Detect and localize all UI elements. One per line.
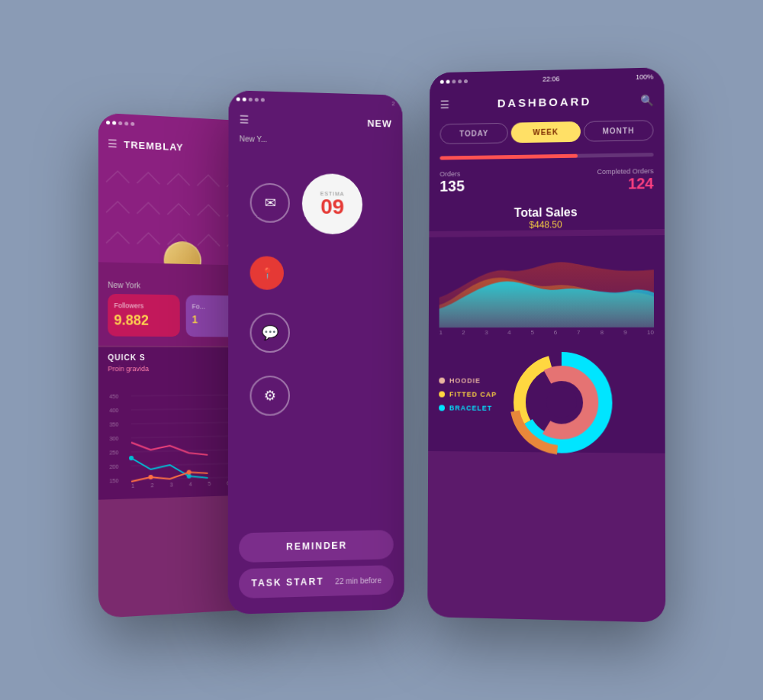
followers-card: Followers 9.882 <box>108 293 180 336</box>
completed-group: Completed Orders 124 <box>597 167 654 193</box>
x-label-1: 1 <box>439 329 443 336</box>
mid-content: ✉ ESTIMA 09 📍 💬 ⚙ <box>228 148 404 580</box>
reminder-btn[interactable]: REMINDER <box>239 530 394 563</box>
completed-label: Completed Orders <box>597 167 654 176</box>
task-start-label: TASK START <box>251 576 324 589</box>
followers-value: 9.882 <box>114 312 174 329</box>
svg-text:400: 400 <box>109 407 118 412</box>
location-text: New York <box>108 280 140 289</box>
svg-text:4: 4 <box>189 481 192 486</box>
svg-point-24 <box>187 469 192 474</box>
orders-value: 135 <box>439 177 465 195</box>
x-label-3: 3 <box>485 329 488 336</box>
svg-text:2: 2 <box>151 482 154 488</box>
fitted-cap-dot <box>439 391 445 397</box>
svg-point-21 <box>129 455 134 460</box>
chat-icon-btn[interactable]: 💬 <box>250 312 290 352</box>
hoodie-dot <box>439 377 445 383</box>
donut-section: HOODIE FITTED CAP BRACELET <box>428 337 665 453</box>
x-label-2: 2 <box>462 329 465 336</box>
right-chart-container <box>429 235 665 327</box>
phone-right: 22:06 100% ☰ DASHBOARD 🔍 TODAY WEEK MONT… <box>427 67 665 622</box>
tab-month[interactable]: MONTH <box>584 120 654 141</box>
chat-row: 💬 <box>239 305 393 360</box>
progress-bar-bg <box>439 153 653 160</box>
x-label-8: 8 <box>600 328 604 335</box>
task-row[interactable]: TASK START 22 min before <box>239 565 394 598</box>
location-icon-btn[interactable]: 📍 <box>250 256 284 289</box>
right-search-icon[interactable]: 🔍 <box>640 93 653 105</box>
right-status-battery: 100% <box>636 73 653 80</box>
completed-value: 124 <box>597 175 654 193</box>
bracelet-dot <box>439 405 445 411</box>
donut-legend: HOODIE FITTED CAP BRACELET <box>439 376 497 411</box>
extra-icon-row: ⚙ <box>239 375 393 415</box>
area-chart-svg <box>439 235 655 327</box>
x-label-9: 9 <box>623 328 627 335</box>
avatar <box>164 240 201 266</box>
right-title: DASHBOARD <box>449 93 640 110</box>
bracelet-label: BRACELET <box>449 404 492 411</box>
right-status-time: 22:06 <box>542 75 559 82</box>
mid-hamburger-icon[interactable]: ☰ <box>240 113 250 125</box>
estimate-value: 09 <box>320 195 344 217</box>
estimate-circle: ESTIMA 09 <box>302 173 362 234</box>
orders-group: Orders 135 <box>439 169 465 195</box>
orders-row: Orders 135 Completed Orders 124 <box>430 162 665 199</box>
svg-text:200: 200 <box>109 463 118 469</box>
svg-text:3: 3 <box>170 482 173 487</box>
progress-bar-fill <box>439 153 578 160</box>
task-time: 22 min before <box>335 576 382 585</box>
hoodie-label: HOODIE <box>449 376 481 384</box>
svg-text:300: 300 <box>109 435 118 440</box>
location-icon-row: 📍 <box>239 256 392 291</box>
legend-bracelet: BRACELET <box>439 404 497 411</box>
mid-status-dots <box>237 96 265 101</box>
x-labels: 1 2 3 4 5 6 7 8 9 10 <box>429 327 665 337</box>
quick-item-text: Proin gravida <box>108 365 149 373</box>
svg-text:5: 5 <box>208 480 211 485</box>
tab-row: TODAY WEEK MONTH <box>430 113 665 150</box>
sales-section: Total Sales $448.50 <box>429 196 665 231</box>
x-label-4: 4 <box>507 329 510 336</box>
mid-header: ☰ NEW <box>228 107 402 136</box>
tab-today[interactable]: TODAY <box>440 122 509 144</box>
donut-chart <box>504 344 604 444</box>
mail-row: ✉ ESTIMA 09 <box>239 164 392 243</box>
svg-text:150: 150 <box>109 478 118 484</box>
mid-status-right: 2 <box>391 99 394 106</box>
sales-title: Total Sales <box>439 205 654 221</box>
left-title: TREMBLAY <box>124 138 183 153</box>
x-label-5: 5 <box>530 329 533 336</box>
mid-location-text: New Y... <box>240 134 268 144</box>
mid-title: NEW <box>367 117 392 129</box>
svg-point-29 <box>546 387 577 418</box>
donut-svg <box>504 344 620 460</box>
x-label-10: 10 <box>647 328 654 335</box>
fitted-cap-label: FITTED CAP <box>449 390 497 398</box>
mid-bottom-btns: REMINDER TASK START 22 min before <box>228 521 404 614</box>
svg-text:350: 350 <box>109 421 118 427</box>
extra-icon-btn[interactable]: ⚙ <box>250 376 290 416</box>
mail-icon-btn[interactable]: ✉ <box>250 182 290 223</box>
right-header: ☰ DASHBOARD 🔍 <box>430 85 665 118</box>
svg-text:450: 450 <box>109 393 118 398</box>
svg-text:1: 1 <box>131 482 134 488</box>
phone-mid: 2 ☰ NEW New Y... ✉ ESTIMA 09 📍 <box>228 90 404 615</box>
status-dots <box>106 120 134 125</box>
legend-hoodie: HOODIE <box>439 376 497 384</box>
followers-label: Followers <box>114 302 173 310</box>
tab-week[interactable]: WEEK <box>511 121 581 143</box>
x-label-7: 7 <box>577 328 580 335</box>
orders-label: Orders <box>439 169 465 177</box>
legend-fitted-cap: FITTED CAP <box>439 390 497 398</box>
svg-point-23 <box>149 474 153 479</box>
right-status-dots <box>440 79 468 83</box>
hamburger-icon[interactable]: ☰ <box>108 137 118 149</box>
scene: 2 ☰ TREMBLAY <box>76 53 687 648</box>
sales-amount: $448.50 <box>439 218 654 231</box>
x-label-6: 6 <box>554 328 557 335</box>
svg-text:250: 250 <box>109 450 118 455</box>
right-hamburger-icon[interactable]: ☰ <box>440 98 450 110</box>
